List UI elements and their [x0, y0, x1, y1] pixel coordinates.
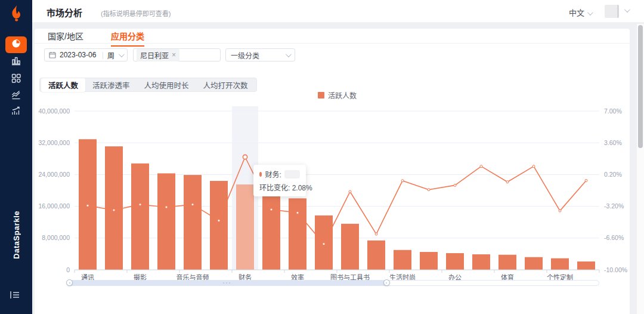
region-filter[interactable]: 尼日利亚 ×: [133, 48, 221, 61]
drag-grip-icon: [223, 282, 231, 284]
page-title-hint: (指标说明悬停即可查看): [101, 8, 171, 18]
metric-tab-active-users[interactable]: 活跃人数: [41, 78, 85, 92]
region-tag: 尼日利亚 ×: [137, 49, 179, 61]
date-value: 2023-03-06: [60, 51, 96, 59]
period-value: 周: [107, 50, 114, 60]
avatar[interactable]: [605, 5, 619, 18]
svg-text:16,000,000: 16,000,000: [38, 202, 70, 210]
line-chart-icon: [11, 90, 21, 103]
svg-text:-10.00%: -10.00%: [604, 266, 627, 273]
data-zoom-left-handle[interactable]: [66, 279, 73, 286]
page-title: 市场分析: [47, 6, 82, 19]
tab-country-region[interactable]: 国家/地区: [48, 30, 83, 42]
series-dot-icon: [259, 172, 262, 177]
chevron-down-icon: [119, 51, 125, 57]
app-grid-icon: [11, 73, 21, 86]
data-zoom-slider[interactable]: [69, 280, 599, 286]
sidebar-item-app-search[interactable]: [9, 72, 23, 87]
svg-text:-6.60%: -6.60%: [604, 234, 624, 241]
metric-tab-group: 活跃人数 活跃渗透率 人均使用时长 人均打开次数: [39, 78, 257, 92]
metric-tab-usage-time[interactable]: 人均使用时长: [137, 78, 196, 92]
svg-text:40,000,000: 40,000,000: [38, 107, 70, 115]
tooltip-value-redacted: [284, 170, 300, 178]
section-tabs: 国家/地区 应用分类: [35, 29, 630, 44]
remove-tag-icon[interactable]: ×: [172, 51, 176, 59]
category-level-select[interactable]: 一级分类: [225, 48, 295, 61]
flame-logo[interactable]: [0, 5, 32, 24]
collapse-menu-icon[interactable]: [9, 290, 23, 301]
chevron-down-icon: [587, 10, 593, 16]
chevron-down-icon: [286, 51, 292, 57]
chart-legend[interactable]: 活跃人数: [318, 90, 357, 100]
svg-text:-3.20%: -3.20%: [604, 202, 624, 210]
svg-text:0.20%: 0.20%: [604, 171, 622, 178]
combo-chart[interactable]: 40,000,0007.00%32,000,0003.60%24,000,000…: [35, 101, 630, 288]
svg-text:3.60%: 3.60%: [604, 139, 622, 146]
sidebar: DataSparkle: [0, 0, 32, 314]
region-tag-label: 尼日利亚: [140, 50, 169, 60]
category-select-value: 一级分类: [231, 50, 259, 60]
top-header: 市场分析 (指标说明悬停即可查看) 中文: [32, 0, 644, 23]
legend-swatch: [318, 92, 324, 98]
brand-text: DataSparkle: [0, 196, 32, 273]
svg-text:8,000,000: 8,000,000: [42, 234, 70, 241]
tab-app-category[interactable]: 应用分类: [111, 30, 144, 47]
language-selector[interactable]: 中文: [569, 7, 592, 18]
page-scrollbar-track[interactable]: [637, 24, 644, 314]
metric-tab-penetration[interactable]: 活跃渗透率: [85, 78, 137, 92]
sidebar-item-growth[interactable]: [9, 105, 23, 119]
calendar-icon: [49, 51, 56, 59]
tooltip-metric-value: 2.08%: [292, 184, 312, 192]
svg-text:32,000,000: 32,000,000: [38, 139, 70, 146]
legend-label: 活跃人数: [328, 90, 357, 100]
page-scrollbar-thumb[interactable]: [638, 25, 643, 148]
sidebar-item-market-analysis[interactable]: [5, 36, 27, 53]
data-zoom-right-handle[interactable]: [383, 279, 390, 286]
sidebar-item-rankings[interactable]: [9, 55, 23, 69]
pie-chart-icon: [11, 39, 21, 51]
filter-row: 2023-03-06 | 周 尼日利亚 × 一级分类: [35, 48, 630, 63]
tooltip-metric-label: 环比变化:: [259, 184, 290, 192]
date-picker[interactable]: 2023-03-06 | 周: [44, 48, 128, 61]
bar-chart-icon: [11, 56, 21, 69]
divider: |: [102, 51, 104, 59]
svg-text:24,000,000: 24,000,000: [38, 171, 70, 178]
user-menu-chevron-icon[interactable]: [624, 7, 630, 13]
sidebar-item-trend-analysis[interactable]: [9, 89, 23, 103]
main-panel: 国家/地区 应用分类 2023-03-06 | 周 尼日利亚 × 一级分类: [35, 29, 630, 314]
chart-tooltip: 财务: 环比变化: 2.08%: [253, 165, 306, 196]
svg-text:7.00%: 7.00%: [604, 107, 622, 115]
metric-tab-open-count[interactable]: 人均打开次数: [196, 78, 255, 92]
svg-text:0: 0: [66, 266, 70, 273]
growth-chart-icon: [11, 106, 21, 119]
tooltip-series-name: 财务:: [265, 169, 281, 179]
